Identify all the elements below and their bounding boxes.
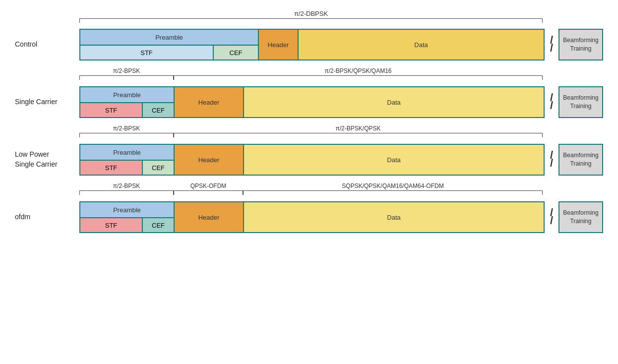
ofdm-slash-sep: / / bbox=[545, 201, 558, 233]
ofdm-data-label: Data bbox=[244, 202, 544, 232]
lpsc-section: π/2-BPSK π/2-BPSK/QPSK Low PowerSingle C… bbox=[15, 125, 603, 176]
lpsc-beamforming-label: BeamformingTraining bbox=[558, 144, 603, 176]
ofdm-label: ofdm bbox=[15, 212, 79, 222]
ofdm-mid-modulation: QPSK-OFDM bbox=[190, 182, 227, 189]
control-stf-label: STF bbox=[80, 46, 214, 60]
diagram-container: π/2-DBPSK Control Preamble STF CEF bbox=[0, 0, 618, 364]
sc-stf-label: STF bbox=[80, 103, 143, 117]
ofdm-left-modulation: π/2-BPSK bbox=[113, 182, 140, 189]
lpsc-frame: Preamble STF CEF Header Data bbox=[79, 144, 545, 176]
sc-beamforming-label: BeamformingTraining bbox=[558, 86, 603, 118]
lpsc-data-label: Data bbox=[244, 145, 544, 175]
sc-slash-sep: / / bbox=[545, 86, 558, 118]
control-header-label: Header bbox=[259, 30, 299, 60]
ofdm-beamforming-label: BeamformingTraining bbox=[558, 201, 603, 233]
sc-frame-area: Preamble STF CEF Header Data / / bbox=[79, 86, 603, 118]
control-modulation-label: π/2-DBPSK bbox=[294, 10, 328, 17]
control-frame-area: Preamble STF CEF Header Data / / bbox=[79, 29, 603, 61]
lpsc-preamble-label: Preamble bbox=[80, 145, 174, 161]
lpsc-frame-area: Preamble STF CEF Header Data / / Beamfor… bbox=[79, 144, 603, 176]
lpsc-slash-sep: / / bbox=[545, 144, 558, 176]
ofdm-section: π/2-BPSK QPSK-OFDM SQPSK/QPSK/QAM16/QAM6… bbox=[15, 182, 603, 233]
lpsc-left-modulation: π/2-BPSK bbox=[113, 125, 140, 132]
single-carrier-label: Single Carrier bbox=[15, 97, 79, 107]
control-section: π/2-DBPSK Control Preamble STF CEF bbox=[15, 10, 603, 61]
lpsc-cef-label: CEF bbox=[143, 161, 174, 175]
lpsc-right-modulation: π/2-BPSK/QPSK bbox=[336, 125, 381, 132]
sc-data-label: Data bbox=[244, 87, 544, 117]
lpsc-row: Low PowerSingle Carrier Preamble STF CEF… bbox=[15, 144, 603, 176]
control-slash-sep: / / bbox=[545, 29, 558, 61]
control-frame: Preamble STF CEF Header Data bbox=[79, 29, 545, 61]
sc-left-modulation: π/2-BPSK bbox=[113, 67, 140, 74]
single-carrier-row: Single Carrier Preamble STF CEF Header D… bbox=[15, 86, 603, 118]
control-preamble-label: Preamble bbox=[80, 30, 258, 46]
ofdm-right-modulation: SQPSK/QPSK/QAM16/QAM64-OFDM bbox=[342, 182, 443, 189]
ofdm-cef-label: CEF bbox=[143, 218, 174, 232]
lpsc-label: Low PowerSingle Carrier bbox=[15, 150, 79, 169]
sc-header-label: Header bbox=[175, 87, 244, 117]
ofdm-stf-label: STF bbox=[80, 218, 143, 232]
sc-frame: Preamble STF CEF Header Data bbox=[79, 86, 545, 118]
ofdm-header-label: Header bbox=[175, 202, 244, 232]
single-carrier-section: π/2-BPSK π/2-BPSK/QPSK/QAM16 Single Carr… bbox=[15, 67, 603, 118]
sc-preamble-label: Preamble bbox=[80, 87, 174, 103]
control-cef-label: CEF bbox=[214, 46, 258, 60]
ofdm-frame: Preamble STF CEF Header Data bbox=[79, 201, 545, 233]
sc-right-modulation: π/2-BPSK/QPSK/QAM16 bbox=[325, 67, 392, 74]
ofdm-frame-area: Preamble STF CEF Header Data / / Beamfor… bbox=[79, 201, 603, 233]
control-label: Control bbox=[15, 40, 79, 50]
control-data-label: Data bbox=[299, 30, 544, 60]
lpsc-stf-label: STF bbox=[80, 161, 143, 175]
lpsc-header-label: Header bbox=[175, 145, 244, 175]
sc-cef-label: CEF bbox=[143, 103, 174, 117]
control-row: Control Preamble STF CEF Header Data bbox=[15, 29, 603, 61]
ofdm-row: ofdm Preamble STF CEF Header Data / / bbox=[15, 201, 603, 233]
ofdm-preamble-label: Preamble bbox=[80, 202, 174, 218]
control-beamforming-label: Beamforming Training bbox=[558, 29, 603, 61]
